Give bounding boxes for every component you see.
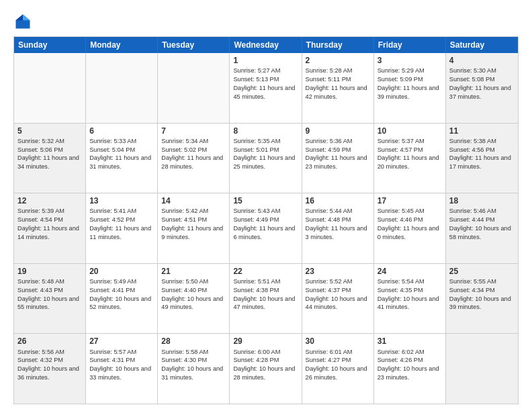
cell-text: Sunrise: 5:27 AMSunset: 5:13 PMDaylight:… [233,67,295,99]
cell-text: Sunrise: 5:41 AMSunset: 4:52 PMDaylight:… [89,208,151,240]
day-cell-22: 22Sunrise: 5:51 AMSunset: 4:38 PMDayligh… [230,264,302,334]
day-number: 12 [17,195,82,206]
day-number: 20 [89,266,154,277]
cell-text: Sunrise: 5:36 AMSunset: 4:59 PMDaylight:… [306,138,367,170]
day-number: 16 [306,195,370,206]
day-cell-25: 25Sunrise: 5:55 AMSunset: 4:34 PMDayligh… [446,264,518,334]
day-number: 14 [161,195,226,206]
day-cell-empty-0-2 [158,53,230,123]
cell-text: Sunrise: 5:46 AMSunset: 4:44 PMDaylight:… [449,208,511,240]
header-cell-wednesday: Wednesday [230,37,302,53]
cell-text: Sunrise: 5:29 AMSunset: 5:09 PMDaylight:… [378,67,439,99]
cell-text: Sunrise: 6:00 AMSunset: 4:28 PMDaylight:… [233,349,295,381]
cell-text: Sunrise: 5:32 AMSunset: 5:06 PMDaylight:… [17,138,79,170]
day-number: 28 [161,336,226,347]
svg-marker-2 [16,15,24,21]
header-cell-friday: Friday [374,37,446,53]
day-cell-19: 19Sunrise: 5:48 AMSunset: 4:43 PMDayligh… [14,264,86,334]
calendar-row-3: 12Sunrise: 5:39 AMSunset: 4:54 PMDayligh… [14,193,518,263]
day-number: 19 [17,266,82,277]
day-cell-27: 27Sunrise: 5:57 AMSunset: 4:31 PMDayligh… [86,334,158,404]
cell-text: Sunrise: 5:39 AMSunset: 4:54 PMDaylight:… [17,208,79,240]
day-cell-2: 2Sunrise: 5:28 AMSunset: 5:11 PMDaylight… [302,53,374,123]
day-cell-6: 6Sunrise: 5:33 AMSunset: 5:04 PMDaylight… [86,124,158,193]
cell-text: Sunrise: 5:50 AMSunset: 4:40 PMDaylight:… [161,278,223,310]
day-cell-12: 12Sunrise: 5:39 AMSunset: 4:54 PMDayligh… [14,193,86,263]
day-cell-10: 10Sunrise: 5:37 AMSunset: 4:57 PMDayligh… [374,124,446,193]
day-cell-9: 9Sunrise: 5:36 AMSunset: 4:59 PMDaylight… [302,124,374,193]
day-cell-empty-0-0 [14,53,86,123]
header-cell-sunday: Sunday [14,37,86,53]
day-number: 9 [306,126,370,136]
cell-text: Sunrise: 5:55 AMSunset: 4:34 PMDaylight:… [449,278,511,310]
day-number: 30 [306,336,370,347]
cell-text: Sunrise: 5:28 AMSunset: 5:11 PMDaylight:… [306,67,367,99]
day-number: 24 [378,266,442,277]
day-number: 3 [378,55,442,66]
day-cell-5: 5Sunrise: 5:32 AMSunset: 5:06 PMDaylight… [14,124,86,193]
day-number: 25 [449,266,515,277]
day-number: 8 [233,126,298,136]
cell-text: Sunrise: 5:56 AMSunset: 4:32 PMDaylight:… [17,349,79,381]
logo-icon [13,12,32,31]
svg-marker-1 [23,15,30,21]
cell-text: Sunrise: 5:57 AMSunset: 4:31 PMDaylight:… [89,349,151,381]
cell-text: Sunrise: 5:44 AMSunset: 4:48 PMDaylight:… [306,208,367,240]
day-cell-11: 11Sunrise: 5:38 AMSunset: 4:56 PMDayligh… [446,124,518,193]
cell-text: Sunrise: 5:35 AMSunset: 5:01 PMDaylight:… [233,138,295,170]
day-number: 23 [306,266,370,277]
day-cell-31: 31Sunrise: 6:02 AMSunset: 4:26 PMDayligh… [374,334,446,404]
day-number: 7 [161,126,226,136]
day-number: 11 [449,126,515,136]
calendar-row-1: 1Sunrise: 5:27 AMSunset: 5:13 PMDaylight… [14,53,518,123]
day-cell-29: 29Sunrise: 6:00 AMSunset: 4:28 PMDayligh… [230,334,302,404]
day-number: 2 [306,55,370,66]
day-number: 27 [89,336,154,347]
logo [13,12,35,31]
day-number: 29 [233,336,298,347]
header-cell-thursday: Thursday [302,37,374,53]
day-number: 6 [89,126,154,136]
day-cell-empty-4-6 [446,334,518,404]
day-cell-8: 8Sunrise: 5:35 AMSunset: 5:01 PMDaylight… [230,124,302,193]
day-cell-empty-0-1 [86,53,158,123]
day-cell-3: 3Sunrise: 5:29 AMSunset: 5:09 PMDaylight… [374,53,446,123]
cell-text: Sunrise: 5:54 AMSunset: 4:35 PMDaylight:… [378,278,439,310]
day-number: 26 [17,336,82,347]
cell-text: Sunrise: 5:33 AMSunset: 5:04 PMDaylight:… [89,138,151,170]
page-header [13,12,519,31]
day-cell-24: 24Sunrise: 5:54 AMSunset: 4:35 PMDayligh… [374,264,446,334]
day-cell-15: 15Sunrise: 5:43 AMSunset: 4:49 PMDayligh… [230,193,302,263]
day-number: 4 [449,55,515,66]
day-number: 1 [233,55,298,66]
day-number: 17 [378,195,442,206]
cell-text: Sunrise: 5:51 AMSunset: 4:38 PMDaylight:… [233,278,295,310]
cell-text: Sunrise: 5:52 AMSunset: 4:37 PMDaylight:… [306,278,367,310]
cell-text: Sunrise: 5:48 AMSunset: 4:43 PMDaylight:… [17,278,79,310]
day-cell-7: 7Sunrise: 5:34 AMSunset: 5:02 PMDaylight… [158,124,230,193]
cell-text: Sunrise: 5:38 AMSunset: 4:56 PMDaylight:… [449,138,511,170]
day-cell-23: 23Sunrise: 5:52 AMSunset: 4:37 PMDayligh… [302,264,374,334]
day-cell-21: 21Sunrise: 5:50 AMSunset: 4:40 PMDayligh… [158,264,230,334]
day-number: 18 [449,195,515,206]
day-number: 15 [233,195,298,206]
calendar: SundayMondayTuesdayWednesdayThursdayFrid… [13,36,519,404]
cell-text: Sunrise: 5:34 AMSunset: 5:02 PMDaylight:… [161,138,223,170]
day-cell-1: 1Sunrise: 5:27 AMSunset: 5:13 PMDaylight… [230,53,302,123]
cell-text: Sunrise: 5:37 AMSunset: 4:57 PMDaylight:… [378,138,439,170]
calendar-row-4: 19Sunrise: 5:48 AMSunset: 4:43 PMDayligh… [14,263,518,334]
day-number: 5 [17,126,82,136]
day-cell-28: 28Sunrise: 5:58 AMSunset: 4:30 PMDayligh… [158,334,230,404]
day-cell-4: 4Sunrise: 5:30 AMSunset: 5:08 PMDaylight… [446,53,518,123]
calendar-row-2: 5Sunrise: 5:32 AMSunset: 5:06 PMDaylight… [14,123,518,193]
day-cell-14: 14Sunrise: 5:42 AMSunset: 4:51 PMDayligh… [158,193,230,263]
day-number: 31 [378,336,442,347]
day-cell-30: 30Sunrise: 6:01 AMSunset: 4:27 PMDayligh… [302,334,374,404]
day-cell-26: 26Sunrise: 5:56 AMSunset: 4:32 PMDayligh… [14,334,86,404]
cell-text: Sunrise: 5:58 AMSunset: 4:30 PMDaylight:… [161,349,223,381]
day-cell-17: 17Sunrise: 5:45 AMSunset: 4:46 PMDayligh… [374,193,446,263]
day-cell-13: 13Sunrise: 5:41 AMSunset: 4:52 PMDayligh… [86,193,158,263]
day-number: 21 [161,266,226,277]
cell-text: Sunrise: 5:45 AMSunset: 4:46 PMDaylight:… [378,208,439,240]
cell-text: Sunrise: 5:42 AMSunset: 4:51 PMDaylight:… [161,208,223,240]
